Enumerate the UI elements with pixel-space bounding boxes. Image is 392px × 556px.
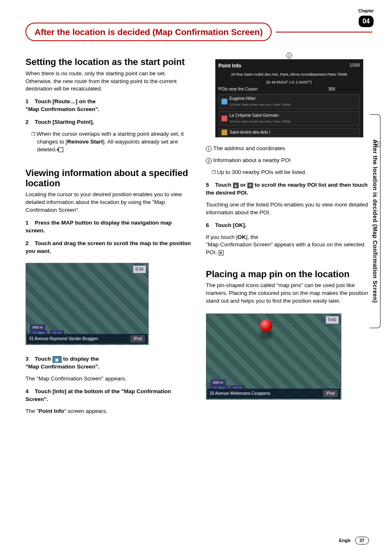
poi-row-2[interactable]: La Crêperie Saint-Germain33 Rue Saint-An… [219, 111, 360, 126]
map-address-bar: 91 Avenue Raymond Vander Bruggen iPod [27, 334, 148, 344]
map-address: 91 Avenue Raymond Vander Bruggen [29, 336, 98, 342]
map-pin-intro: The pin-shaped icons called "map pins" c… [206, 282, 372, 305]
restaurant-icon [221, 116, 227, 121]
point-info-address: 29 Rue Saint-André des Arts, Paris, 6ème… [219, 72, 360, 77]
heading-viewing-info: Viewing information about a specified lo… [25, 168, 192, 189]
step-6-touch-ok: 6 Touch [OK]. [206, 222, 372, 229]
footer-lang: Engb [339, 538, 350, 543]
right-column: 1 Point Info 1/100 29 Rue Saint-André de… [206, 53, 372, 419]
map-confirm-icon[interactable]: ▣ [53, 356, 62, 363]
start-point-intro: When there is no route, only the startin… [25, 70, 192, 93]
step-2-note: When the cursor overlaps with a starting… [37, 130, 192, 154]
figure-point-info: 1 Point Info 1/100 29 Rue Saint-André de… [206, 59, 372, 137]
step-5-note: Touching one of the listed POIs enables … [206, 201, 372, 217]
map-pin-icon [260, 320, 272, 332]
map-clock: 9:34 [133, 266, 146, 273]
map2-scale: 500 m [210, 380, 226, 386]
step-3-touch-icon: 3 Touch ▣ to display the "Map Confirmati… [25, 355, 192, 371]
poi-icon [221, 130, 227, 135]
callout-1-icon: 1 [286, 53, 292, 58]
heading-start-point: Setting the location as the start point [25, 57, 192, 67]
poi-row-3[interactable]: Saint-André-des-Arts I [219, 128, 360, 137]
end-mark-icon: ■ [219, 250, 224, 255]
poi-radius: 300 [328, 87, 335, 91]
ipod-button-2[interactable]: iPod [323, 390, 338, 397]
map2-clock: 9:40 [326, 316, 339, 324]
point-info-count: 1/100 [349, 63, 360, 70]
left-column: Setting the location as the start point … [25, 53, 192, 419]
legend-2: 2Information about a nearby POI [206, 157, 372, 164]
side-tab-text: After the location is decided (Map Confi… [371, 139, 379, 303]
step-1-route: 1 Touch [Route…] on the "Map Confirmatio… [25, 98, 192, 114]
hotel-icon [221, 99, 227, 104]
footer: Engb 37 [339, 537, 369, 544]
heading-map-pin: Placing a map pin on the location [206, 269, 372, 279]
viewing-info-intro: Locating the cursor to your desired posi… [25, 191, 192, 214]
title-rule [276, 32, 372, 32]
legend-note: Up to 300 nearby POIs will be listed. [217, 169, 372, 176]
ipod-button[interactable]: iPod [130, 335, 145, 343]
point-info-coords: [N 48.85316° x E 2.34207°] [219, 80, 360, 85]
end-mark-icon: ■ [58, 147, 63, 152]
map2-address-bar: 26 Avenue Wielemans Ceuppens iPod [207, 389, 340, 398]
point-info-title: Point Info [219, 63, 241, 70]
scroll-up-icon[interactable]: ▲ [233, 183, 239, 188]
chapter-number: 04 [359, 16, 374, 27]
poi-near-label: POIs near the Cursor: [219, 86, 258, 92]
step-2-starting-point: 2 Touch [Starting Point]. [25, 118, 192, 126]
legend-1: 1The address and coordinates [206, 145, 372, 153]
figure-map-scroll: 9:34 500 m 11.4km 15:17 91 Avenue Raymon… [25, 263, 149, 345]
map2-address: 26 Avenue Wielemans Ceuppens [210, 391, 270, 396]
step-2-drag-map: 2 Touch and drag the screen to scroll th… [25, 240, 192, 255]
step-5-scroll-poi: 5 Touch ▲ or ▼ to scroll the nearby POI … [206, 181, 372, 197]
map-scale: 500 m [30, 324, 45, 331]
figure-map-pin: 9:40 500 m 11.4km 15:17 26 Avenue Wielem… [206, 313, 341, 400]
page-title-row: After the location is decided (Map Confi… [25, 23, 372, 41]
chapter-block: Chapter 04 [358, 8, 374, 27]
step-3-result: The "Map Confirmation Screen" appears. [25, 375, 192, 383]
step-4-touch-info: 4 Touch [Info] at the bottom of the "Map… [25, 388, 192, 403]
poi-row-1[interactable]: Eugénie Hôtel33 Rue Saint-André des Arts… [219, 94, 360, 109]
page-title: After the location is decided (Map Confi… [25, 23, 272, 41]
page-number: 37 [355, 537, 369, 544]
step-1-press-map: 1 Press the MAP button to display the na… [25, 219, 192, 235]
step-6-note: If you touch [OK], the "Map Confirmation… [206, 234, 372, 257]
step-4-result: The "Point Info" screen appears. [25, 408, 192, 415]
scroll-down-icon[interactable]: ▼ [247, 183, 253, 188]
chapter-label: Chapter [358, 8, 374, 14]
